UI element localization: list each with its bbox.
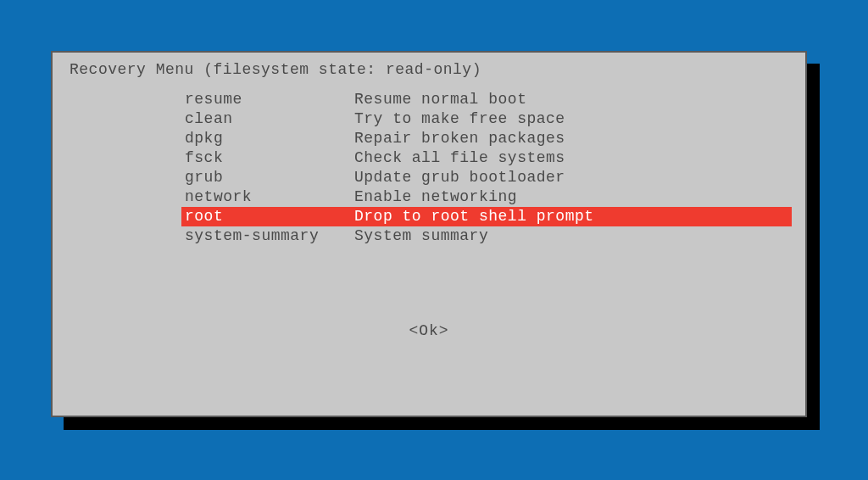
- menu-item-key: clean: [185, 109, 354, 129]
- menu-item-desc: Resume normal boot: [354, 90, 792, 109]
- menu-item-desc: Enable networking: [354, 187, 792, 207]
- menu-item-network[interactable]: network Enable networking: [185, 187, 792, 207]
- menu-item-fsck[interactable]: fsck Check all file systems: [185, 148, 792, 168]
- ok-button[interactable]: <Ok>: [66, 246, 792, 339]
- menu-item-grub[interactable]: grub Update grub bootloader: [185, 168, 792, 187]
- menu-item-key: dpkg: [185, 129, 354, 148]
- menu-item-desc: System summary: [354, 226, 792, 246]
- menu-item-desc: Update grub bootloader: [354, 168, 792, 187]
- menu-item-root[interactable]: root Drop to root shell prompt: [181, 207, 792, 226]
- menu-item-clean[interactable]: clean Try to make free space: [185, 109, 792, 129]
- menu-item-key: system-summary: [185, 226, 354, 246]
- menu-list[interactable]: resume Resume normal boot clean Try to m…: [66, 90, 792, 246]
- menu-item-desc: Drop to root shell prompt: [354, 207, 792, 226]
- menu-item-key: root: [185, 207, 354, 226]
- menu-item-resume[interactable]: resume Resume normal boot: [185, 90, 792, 109]
- menu-item-desc: Check all file systems: [354, 148, 792, 168]
- menu-item-key: grub: [185, 168, 354, 187]
- menu-item-system-summary[interactable]: system-summary System summary: [185, 226, 792, 246]
- menu-item-key: network: [185, 187, 354, 207]
- menu-item-key: fsck: [185, 148, 354, 168]
- menu-item-key: resume: [185, 90, 354, 109]
- menu-item-dpkg[interactable]: dpkg Repair broken packages: [185, 129, 792, 148]
- dialog-title: Recovery Menu (filesystem state: read-on…: [66, 59, 792, 90]
- recovery-menu-dialog: Recovery Menu (filesystem state: read-on…: [51, 51, 807, 417]
- menu-item-desc: Repair broken packages: [354, 129, 792, 148]
- menu-item-desc: Try to make free space: [354, 109, 792, 129]
